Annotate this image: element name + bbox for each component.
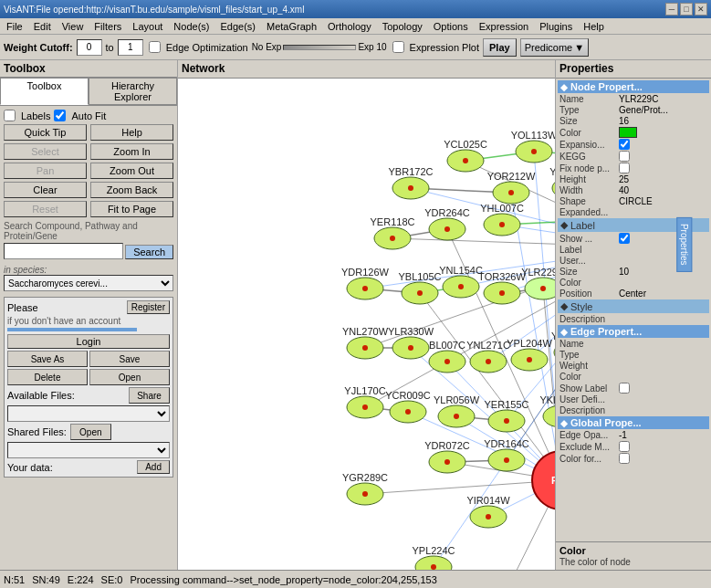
network-node-yor212w[interactable]: YOR212W [487, 171, 536, 204]
zoomout-button[interactable]: Zoom Out [90, 163, 173, 179]
network-node-ybl105c[interactable]: YBL105C [398, 271, 441, 304]
menu-item-nodes[interactable]: Node(s) [171, 20, 212, 33]
fitpage-button[interactable]: Fit to Page [90, 201, 173, 217]
pan-button[interactable]: Pan [4, 163, 87, 179]
toolbox-tabs: Toolbox Hierarchy Explorer [0, 78, 177, 106]
predicome-dropdown[interactable]: Predicome ▼ [520, 38, 589, 57]
quicktip-button[interactable]: Quick Tip [4, 124, 87, 141]
help-button[interactable]: Help [90, 124, 173, 141]
zoomback-button[interactable]: Zoom Back [90, 182, 173, 198]
network-node-yir014w[interactable]: YIR014W [466, 495, 510, 528]
network-node-ydr072c[interactable]: YDR072C [424, 440, 470, 473]
menu-item-options[interactable]: Options [431, 20, 471, 33]
network-node-yer155c[interactable]: YER155C [485, 399, 529, 432]
menu-item-metagraph[interactable]: MetaGraph [264, 20, 319, 33]
shared-files-select[interactable] [7, 442, 170, 458]
network-node-ypl204w[interactable]: YPL204W [507, 338, 552, 371]
labels-checkbox[interactable] [4, 110, 16, 121]
network-node-fus[interactable]: FUS [532, 451, 555, 509]
prop-color-row: Color [558, 127, 709, 138]
maximize-button[interactable]: □ [680, 3, 693, 16]
network-node-ycr009c[interactable]: YCR009C [385, 390, 431, 423]
network-node-yjl157c[interactable]: YJL157C [549, 166, 555, 199]
delete-button[interactable]: Delete [7, 369, 88, 385]
network-node-ybr172c[interactable]: YBR172C [389, 166, 434, 199]
clear-button[interactable]: Clear [4, 182, 87, 198]
minimize-button[interactable]: ─ [665, 3, 678, 16]
network-node-yol113w[interactable]: YOL113W [511, 130, 555, 163]
network-node-ynl271c[interactable]: YNL271C [466, 340, 510, 373]
kegg-checkbox[interactable] [619, 151, 630, 162]
menu-item-topology[interactable]: Topology [380, 20, 425, 33]
svg-text:YGR289C: YGR289C [342, 472, 388, 483]
color-swatch[interactable] [619, 127, 637, 138]
svg-text:YCL025C: YCL025C [444, 139, 487, 150]
reset-button[interactable]: Reset [4, 201, 87, 217]
toolbox-content: Labels Auto Fit Quick Tip Help Select Zo… [0, 106, 177, 570]
network-canvas[interactable]: YCL025CYOL113WYBR110WYBR172CYOR212WYJL15… [178, 79, 555, 570]
save-button[interactable]: Save [89, 351, 170, 367]
network-node-ylr330w[interactable]: YLR330W [388, 326, 434, 359]
close-button[interactable]: ✕ [695, 3, 707, 16]
menu-item-view[interactable]: View [59, 20, 87, 33]
add-button[interactable]: Add [137, 460, 170, 474]
exclude-m-checkbox[interactable] [619, 441, 630, 452]
network-node-ydr264c[interactable]: YDR264C [424, 207, 470, 240]
menu-item-filters[interactable]: Filters [91, 20, 124, 33]
color-for-checkbox[interactable] [619, 453, 630, 464]
menu-item-expression[interactable]: Expression [476, 20, 531, 33]
network-node-ypl224c[interactable]: YPL224C [412, 545, 455, 570]
open-button[interactable]: Open [89, 369, 170, 385]
network-area[interactable]: Network YCL025CYOL113WYBR110WYBR172CYOR2… [178, 60, 556, 570]
expansion-checkbox[interactable] [619, 139, 630, 150]
tab-toolbox[interactable]: Toolbox [0, 78, 89, 105]
register-button[interactable]: Register [127, 300, 170, 314]
menu-item-edit[interactable]: Edit [31, 20, 54, 33]
edge-showlabel-checkbox[interactable] [619, 383, 630, 394]
search-input[interactable] [4, 243, 123, 259]
svg-point-69 [527, 357, 532, 362]
select-button[interactable]: Select [4, 143, 87, 160]
network-node-ykl092c[interactable]: YKL092C [539, 394, 555, 427]
show-checkbox[interactable] [619, 233, 630, 244]
menu-item-layout[interactable]: Layout [130, 20, 165, 33]
login-button[interactable]: Login [7, 334, 170, 349]
autofit-checkbox[interactable] [54, 110, 66, 121]
slider-track[interactable] [283, 45, 356, 50]
share-button[interactable]: Share [129, 387, 170, 404]
status-bar: N:51 SN:49 E:224 SE:0 Processing command… [0, 570, 711, 588]
network-node-yhl007c[interactable]: YHL007C [480, 203, 524, 236]
network-node-ycl025c[interactable]: YCL025C [444, 139, 487, 172]
edge-opt-checkbox[interactable] [149, 41, 161, 53]
network-node-ydr126w[interactable]: YDR126W [341, 267, 390, 299]
weight-to-input[interactable] [118, 39, 143, 56]
available-files-select[interactable] [7, 405, 170, 422]
properties-side-tab[interactable]: Properties [677, 217, 693, 272]
saveas-button[interactable]: Save As [7, 351, 88, 367]
network-node-yer118c[interactable]: YER118C [371, 216, 415, 249]
fixnodep-checkbox[interactable] [619, 163, 630, 173]
network-node-ylr056w[interactable]: YLR056W [434, 394, 480, 427]
menu-item-orthology[interactable]: Orthology [325, 20, 374, 33]
search-section: Search Compound, Pathway and Protein/Gen… [4, 221, 173, 261]
play-button[interactable]: Play [483, 38, 517, 57]
network-node-ydr164c[interactable]: YDR164C [484, 438, 529, 471]
network-node-ylr229c[interactable]: YLR229C [521, 267, 555, 299]
tab-hierarchy[interactable]: Hierarchy Explorer [89, 78, 177, 105]
expr-plot-checkbox[interactable] [392, 41, 404, 53]
menu-item-help[interactable]: Help [580, 20, 607, 33]
network-node-ygr289c[interactable]: YGR289C [342, 472, 388, 505]
network-svg[interactable]: YCL025CYOL113WYBR110WYBR172CYOR212WYJL15… [178, 79, 555, 570]
menu-item-plugins[interactable]: Plugins [537, 20, 575, 33]
weight-from-input[interactable] [77, 39, 102, 56]
network-node-ynl154c[interactable]: YNL154C [439, 265, 483, 298]
zoomin-button[interactable]: Zoom In [90, 143, 173, 160]
network-node-yjl170c[interactable]: YJL170C [344, 385, 385, 418]
network-node-bl007c[interactable]: BL007C [429, 340, 465, 373]
species-select[interactable]: Saccharomyces cerevi... [4, 275, 173, 291]
edge-prop-icon: ◆ [560, 327, 568, 337]
menu-item-file[interactable]: File [4, 20, 26, 33]
search-button[interactable]: Search [125, 245, 173, 259]
shared-open-button[interactable]: Open [70, 424, 111, 440]
menu-item-edges[interactable]: Edge(s) [217, 20, 258, 33]
